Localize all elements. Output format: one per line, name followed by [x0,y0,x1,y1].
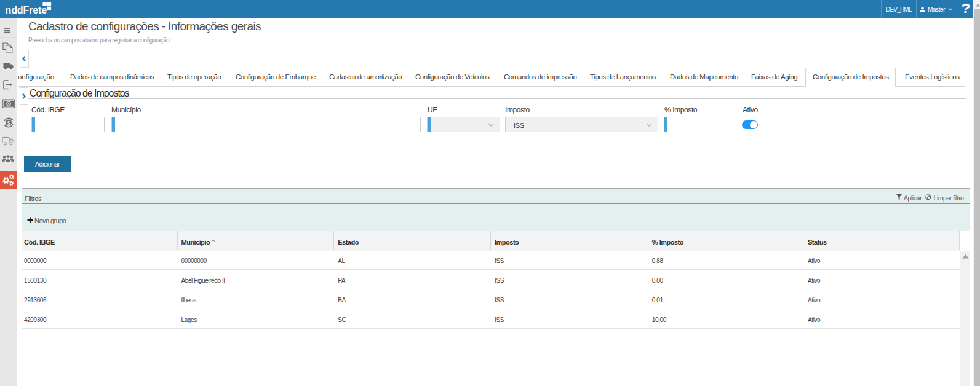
svg-text:$: $ [7,119,10,125]
